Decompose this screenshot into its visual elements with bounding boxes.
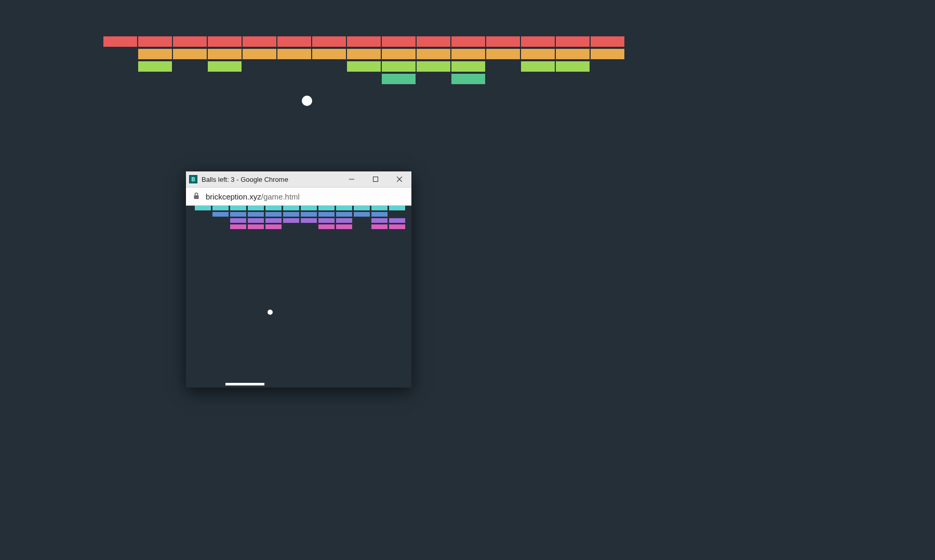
outer-brick bbox=[556, 36, 590, 47]
inner-brick bbox=[283, 206, 299, 210]
outer-brick bbox=[486, 36, 520, 47]
outer-brick bbox=[382, 36, 416, 47]
inner-brick bbox=[371, 206, 388, 210]
maximize-button[interactable] bbox=[364, 171, 388, 187]
outer-brick bbox=[243, 36, 276, 47]
inner-brick bbox=[230, 218, 246, 223]
outer-brick bbox=[451, 36, 485, 47]
inner-brick bbox=[283, 212, 299, 217]
outer-brick bbox=[347, 49, 381, 59]
inner-brick bbox=[248, 212, 264, 217]
outer-brick bbox=[591, 49, 624, 59]
inner-brick bbox=[283, 218, 299, 223]
outer-brick bbox=[521, 61, 555, 72]
popup-window[interactable]: B Balls left: 3 - Google Chrome brickcep… bbox=[186, 171, 411, 388]
outer-brick bbox=[382, 61, 416, 72]
inner-brick bbox=[354, 206, 370, 210]
url-domain: brickception.xyz bbox=[206, 192, 261, 201]
inner-brick bbox=[248, 218, 264, 223]
inner-paddle bbox=[225, 383, 264, 385]
outer-brick bbox=[382, 74, 416, 84]
inner-brick bbox=[318, 224, 335, 229]
outer-brick bbox=[277, 49, 311, 59]
outer-brick bbox=[312, 49, 346, 59]
inner-game-area[interactable] bbox=[186, 206, 411, 388]
outer-brick bbox=[173, 36, 207, 47]
outer-brick bbox=[451, 74, 485, 84]
outer-brick bbox=[382, 49, 416, 59]
favicon-icon: B bbox=[189, 175, 197, 183]
outer-brick bbox=[277, 36, 311, 47]
outer-brick bbox=[138, 49, 172, 59]
inner-brick bbox=[265, 218, 282, 223]
outer-brick bbox=[347, 36, 381, 47]
outer-brick bbox=[138, 61, 172, 72]
outer-brick bbox=[417, 36, 450, 47]
lock-icon bbox=[193, 192, 199, 201]
outer-brick bbox=[173, 49, 207, 59]
inner-brick bbox=[336, 212, 352, 217]
outer-brick bbox=[138, 36, 172, 47]
outer-brick bbox=[312, 36, 346, 47]
outer-brick bbox=[451, 61, 485, 72]
inner-brick bbox=[318, 212, 335, 217]
outer-brick bbox=[347, 61, 381, 72]
inner-brick bbox=[371, 212, 388, 217]
inner-brick bbox=[248, 206, 264, 210]
inner-brick bbox=[389, 224, 405, 229]
inner-brick bbox=[336, 224, 352, 229]
minimize-button[interactable] bbox=[340, 171, 364, 187]
outer-brick bbox=[103, 36, 137, 47]
inner-brick bbox=[248, 224, 264, 229]
inner-brick bbox=[301, 212, 317, 217]
outer-brick bbox=[521, 36, 555, 47]
outer-brick bbox=[521, 49, 555, 59]
outer-brick bbox=[417, 61, 450, 72]
window-titlebar[interactable]: B Balls left: 3 - Google Chrome bbox=[186, 171, 411, 187]
inner-brick bbox=[301, 206, 317, 210]
svg-rect-1 bbox=[373, 177, 378, 182]
inner-brick bbox=[336, 206, 352, 210]
svg-rect-4 bbox=[194, 195, 199, 199]
outer-brick bbox=[208, 36, 242, 47]
inner-brick bbox=[336, 218, 352, 223]
address-bar[interactable]: brickception.xyz/game.html bbox=[186, 187, 411, 206]
outer-brick bbox=[243, 49, 276, 59]
outer-brick bbox=[451, 49, 485, 59]
inner-brick bbox=[301, 218, 317, 223]
outer-brick bbox=[556, 49, 590, 59]
url-path: /game.html bbox=[261, 192, 300, 201]
inner-brick bbox=[265, 206, 282, 210]
inner-brick bbox=[318, 218, 335, 223]
inner-brick bbox=[354, 212, 370, 217]
inner-brick bbox=[230, 212, 246, 217]
inner-brick bbox=[389, 206, 405, 210]
outer-brick bbox=[208, 61, 242, 72]
outer-brick bbox=[556, 61, 590, 72]
close-button[interactable] bbox=[388, 171, 411, 187]
inner-brick bbox=[371, 218, 388, 223]
outer-brick bbox=[208, 49, 242, 59]
outer-brick bbox=[417, 49, 450, 59]
inner-brick bbox=[265, 212, 282, 217]
inner-brick bbox=[212, 212, 229, 217]
inner-brick bbox=[230, 224, 246, 229]
inner-brick bbox=[389, 218, 405, 223]
outer-game-area[interactable]: B Balls left: 3 - Google Chrome brickcep… bbox=[0, 0, 935, 560]
outer-brick bbox=[486, 49, 520, 59]
outer-brick bbox=[591, 36, 624, 47]
outer-ball bbox=[302, 96, 312, 106]
inner-ball bbox=[268, 310, 273, 315]
inner-brick bbox=[195, 206, 211, 210]
inner-brick bbox=[230, 206, 246, 210]
inner-brick bbox=[318, 206, 335, 210]
inner-brick bbox=[371, 224, 388, 229]
inner-brick bbox=[265, 224, 282, 229]
window-title: Balls left: 3 - Google Chrome bbox=[202, 176, 340, 183]
inner-brick bbox=[212, 206, 229, 210]
